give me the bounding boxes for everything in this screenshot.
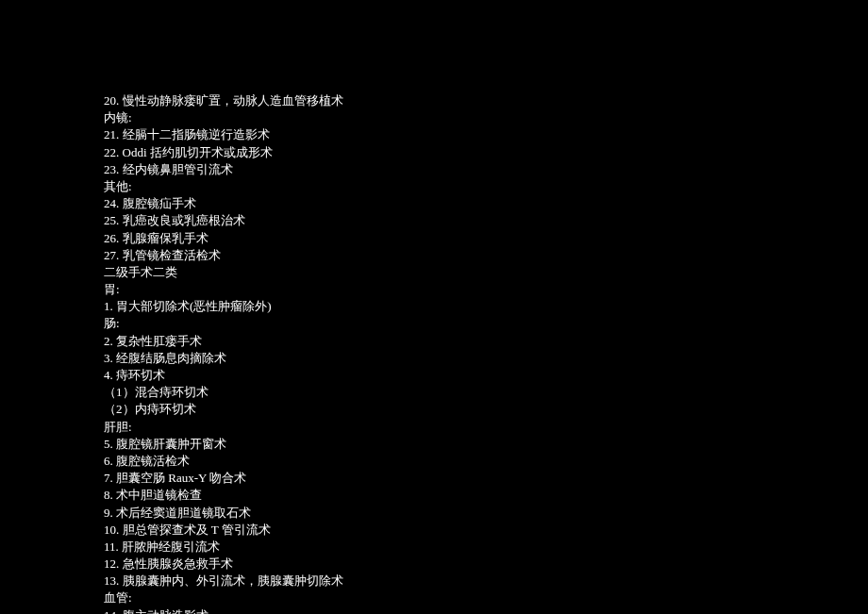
text-line: 25. 乳癌改良或乳癌根治术 (104, 212, 868, 229)
text-line: 21. 经膈十二指肠镜逆行造影术 (104, 126, 868, 143)
text-line: 13. 胰腺囊肿内、外引流术，胰腺囊肿切除术 (104, 573, 868, 589)
text-line: 8. 术中胆道镜检查 (104, 487, 868, 504)
text-line: 内镜: (104, 109, 868, 126)
text-line: 1. 胃大部切除术(恶性肿瘤除外) (104, 298, 868, 315)
text-line: 3. 经腹结肠息肉摘除术 (104, 350, 868, 367)
text-line: 11. 肝脓肿经腹引流术 (104, 539, 868, 556)
text-line: 26. 乳腺瘤保乳手术 (104, 230, 868, 247)
text-line: 二级手术二类 (104, 264, 868, 281)
text-line: （1）混合痔环切术 (104, 384, 868, 401)
text-line: 7. 胆囊空肠 Raux-Y 吻合术 (104, 470, 868, 487)
document-text-list: 20. 慢性动静脉瘘旷置，动脉人造血管移植术内镜:21. 经膈十二指肠镜逆行造影… (104, 92, 868, 614)
text-line: 22. Oddi 括约肌切开术或成形术 (104, 144, 868, 161)
text-line: 肠: (104, 315, 868, 332)
text-line: （2）内痔环切术 (104, 401, 868, 418)
text-line: 14. 腹主动脉造影术 (104, 607, 868, 614)
text-line: 23. 经内镜鼻胆管引流术 (104, 161, 868, 178)
text-line: 20. 慢性动静脉瘘旷置，动脉人造血管移植术 (104, 92, 868, 109)
text-line: 6. 腹腔镜活检术 (104, 453, 868, 470)
text-line: 10. 胆总管探查术及 T 管引流术 (104, 522, 868, 539)
text-line: 肝胆: (104, 419, 868, 436)
text-line: 4. 痔环切术 (104, 367, 868, 384)
text-line: 9. 术后经窦道胆道镜取石术 (104, 505, 868, 522)
text-line: 5. 腹腔镜肝囊肿开窗术 (104, 436, 868, 453)
text-line: 血管: (104, 589, 868, 606)
text-line: 12. 急性胰腺炎急救手术 (104, 556, 868, 573)
text-line: 胃: (104, 281, 868, 298)
text-line: 其他: (104, 178, 868, 195)
text-line: 27. 乳管镜检查活检术 (104, 247, 868, 264)
text-line: 24. 腹腔镜疝手术 (104, 195, 868, 212)
text-line: 2. 复杂性肛瘘手术 (104, 333, 868, 350)
